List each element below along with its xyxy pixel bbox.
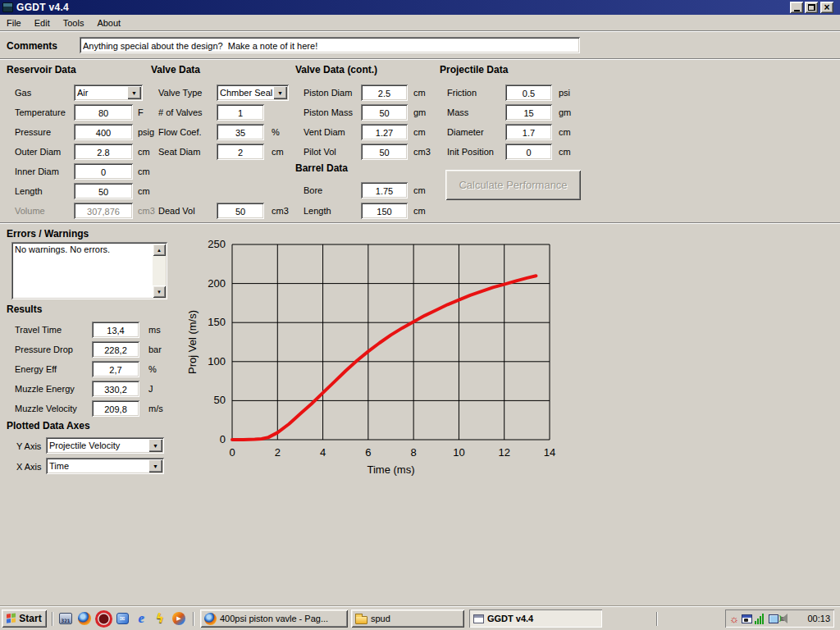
menu-file[interactable]: File bbox=[0, 16, 28, 30]
init-position-unit: cm bbox=[559, 147, 571, 157]
taskbar-divider bbox=[193, 612, 194, 626]
reservoir-length-field[interactable] bbox=[74, 183, 133, 199]
pressure-unit: psig bbox=[138, 127, 154, 137]
security-icon[interactable] bbox=[742, 614, 752, 623]
mass-label: Mass bbox=[447, 107, 468, 117]
restore-button[interactable] bbox=[805, 2, 818, 13]
menu-about[interactable]: About bbox=[90, 16, 127, 30]
clock: 00:13 bbox=[807, 614, 830, 623]
media-player-classic-icon[interactable]: 321 bbox=[58, 611, 73, 626]
temperature-label: Temperature bbox=[15, 107, 66, 117]
mass-field[interactable] bbox=[505, 104, 552, 121]
pilot-vol-field[interactable] bbox=[361, 144, 408, 160]
taskbar-divider bbox=[656, 612, 658, 626]
network-activity-icon[interactable] bbox=[769, 614, 778, 623]
bore-label: Bore bbox=[304, 185, 322, 195]
pressure-drop-label: Pressure Drop bbox=[15, 345, 73, 354]
winamp-icon[interactable]: ϟ bbox=[153, 611, 167, 626]
start-button[interactable]: Start bbox=[2, 609, 47, 628]
energy-eff-label: Energy Eff bbox=[15, 364, 57, 374]
scroll-up-icon[interactable]: ▲ bbox=[153, 244, 166, 256]
chevron-down-icon[interactable]: ▼ bbox=[148, 439, 162, 452]
friction-field[interactable] bbox=[505, 84, 552, 101]
task-firefox-page[interactable]: 400psi piston vavle - Pag... bbox=[200, 609, 348, 628]
travel-time-label: Travel Time bbox=[15, 325, 62, 335]
taskbar: Start 321 ✉ e ϟ ▶ 400psi piston vavle - … bbox=[0, 607, 840, 630]
mass-unit: gm bbox=[559, 107, 571, 117]
valve-type-dropdown[interactable]: Chmber Seal ▼ bbox=[217, 84, 289, 101]
y-axis-dropdown[interactable]: Projectile Velocity ▼ bbox=[46, 437, 164, 454]
x-axis-dropdown[interactable]: Time ▼ bbox=[46, 458, 164, 474]
volume-label: Volume bbox=[15, 206, 45, 216]
x-tick-label: 6 bbox=[365, 446, 371, 459]
inner-diam-field[interactable] bbox=[74, 163, 133, 180]
chevron-down-icon[interactable]: ▼ bbox=[148, 459, 162, 472]
outlook-express-icon[interactable]: ✉ bbox=[115, 611, 130, 626]
flow-coef-label: Flow Coef. bbox=[158, 127, 202, 137]
y-tick-label: 250 bbox=[208, 238, 226, 250]
network-signal-icon[interactable] bbox=[755, 614, 766, 624]
bore-field[interactable] bbox=[361, 182, 408, 199]
chevron-down-icon[interactable]: ▼ bbox=[273, 86, 287, 99]
piston-diam-unit: cm bbox=[413, 88, 426, 98]
vent-diam-field[interactable] bbox=[361, 124, 408, 140]
taskbar-divider bbox=[52, 612, 53, 626]
outer-diam-field[interactable] bbox=[74, 144, 133, 160]
windows-logo-icon bbox=[7, 613, 16, 623]
calculate-performance-button[interactable]: Calculate Performance bbox=[445, 170, 581, 200]
init-position-field[interactable] bbox=[505, 144, 552, 160]
comments-label: Comments bbox=[7, 40, 57, 52]
errors-scrollbar[interactable]: ▲ ▼ bbox=[153, 244, 166, 298]
barrel-length-field[interactable] bbox=[361, 203, 408, 219]
firefox-icon[interactable] bbox=[77, 611, 92, 626]
flow-coef-field[interactable] bbox=[217, 124, 264, 140]
dead-vol-field[interactable] bbox=[217, 203, 264, 219]
gas-dropdown[interactable]: Air ▼ bbox=[74, 84, 143, 101]
muzzle-velocity-label: Muzzle Velocity bbox=[15, 404, 77, 413]
vent-diam-unit: cm bbox=[413, 127, 426, 137]
scroll-down-icon[interactable]: ▼ bbox=[153, 285, 166, 298]
piston-diam-label: Piston Diam bbox=[304, 88, 352, 98]
pressure-field[interactable] bbox=[74, 124, 133, 140]
task-ggdt[interactable]: GGDT v4.4 bbox=[469, 609, 602, 628]
seat-diam-field[interactable] bbox=[217, 144, 264, 160]
task-spud-folder[interactable]: spud bbox=[351, 609, 464, 628]
inner-diam-unit: cm bbox=[138, 167, 150, 176]
windows-media-player-icon[interactable]: ▶ bbox=[171, 611, 186, 626]
temperature-monitor-icon[interactable]: ☼ bbox=[729, 614, 739, 624]
y-tick-label: 0 bbox=[220, 433, 226, 445]
flow-coef-unit: % bbox=[272, 127, 280, 137]
outer-diam-label: Outer Diam bbox=[15, 147, 61, 157]
x-tick-label: 12 bbox=[498, 446, 509, 459]
temperature-field[interactable] bbox=[74, 104, 133, 121]
internet-explorer-icon[interactable]: e bbox=[134, 611, 148, 626]
chevron-down-icon[interactable]: ▼ bbox=[127, 86, 141, 99]
close-button[interactable]: × bbox=[820, 2, 833, 13]
num-valves-field[interactable] bbox=[217, 104, 264, 121]
errors-warnings-box[interactable]: No warnings. No errors. ▲ ▼ bbox=[11, 242, 167, 299]
lightning-glyph: ϟ bbox=[156, 611, 164, 626]
y-tick-label: 50 bbox=[214, 394, 226, 406]
piston-diam-field[interactable] bbox=[361, 84, 408, 101]
minimize-button[interactable] bbox=[790, 2, 803, 13]
num-valves-label: # of Valves bbox=[158, 107, 203, 117]
section-divider-bottom bbox=[0, 222, 840, 224]
diameter-field[interactable] bbox=[505, 124, 552, 140]
menu-bar: File Edit Tools About bbox=[0, 15, 840, 30]
volume-icon[interactable] bbox=[781, 614, 791, 623]
volume-field bbox=[74, 203, 133, 219]
menu-tools[interactable]: Tools bbox=[57, 16, 91, 30]
friction-label: Friction bbox=[447, 88, 477, 98]
piston-mass-field[interactable] bbox=[361, 104, 408, 121]
app-icon[interactable] bbox=[2, 2, 13, 12]
energy-eff-unit: % bbox=[148, 364, 157, 374]
friction-unit: psi bbox=[559, 88, 570, 98]
bore-unit: cm bbox=[413, 185, 426, 195]
temperature-unit: F bbox=[138, 107, 144, 117]
firefox-globe bbox=[78, 612, 91, 625]
play-glyph: ▶ bbox=[172, 612, 185, 625]
menu-edit[interactable]: Edit bbox=[28, 16, 57, 30]
comments-input[interactable] bbox=[80, 37, 580, 53]
opera-icon[interactable] bbox=[96, 611, 111, 626]
section-divider-top bbox=[0, 58, 840, 60]
